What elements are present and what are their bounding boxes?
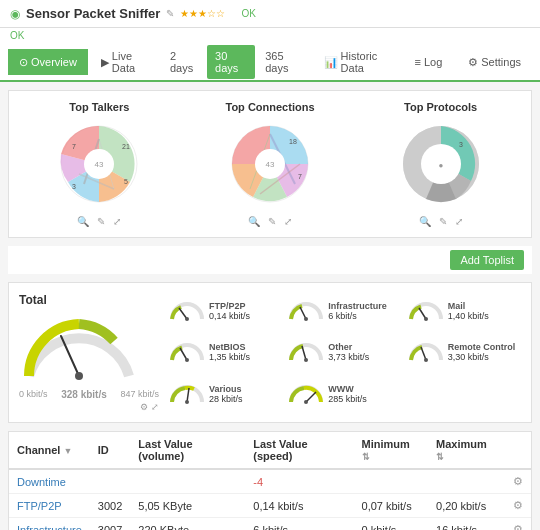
- min-sort-icon: ⇅: [362, 452, 370, 462]
- tab-historic[interactable]: 📊 Historic Data: [313, 43, 402, 80]
- col-speed[interactable]: Last Value (speed): [245, 432, 353, 469]
- channels-table: Channel ▼ ID Last Value (volume) Last Va…: [9, 432, 531, 530]
- toplist-btn-row: Add Toplist: [8, 246, 532, 274]
- svg-line-32: [302, 346, 306, 360]
- svg-text:5: 5: [124, 178, 128, 185]
- connections-edit-icon[interactable]: ✎: [268, 216, 276, 227]
- svg-line-24: [179, 308, 187, 319]
- connections-zoom-icon[interactable]: 🔍: [248, 216, 260, 227]
- tab-settings[interactable]: ⚙ Settings: [457, 49, 532, 75]
- volume-cell: [130, 469, 245, 494]
- svg-line-36: [187, 388, 189, 402]
- talkers-zoom-icon[interactable]: 🔍: [77, 216, 89, 227]
- protocols-zoom-icon[interactable]: 🔍: [419, 216, 431, 227]
- talkers-chart: 43 21 7 5 3: [54, 119, 144, 209]
- tab-2days[interactable]: 2 days: [162, 45, 205, 79]
- col-volume[interactable]: Last Value (volume): [130, 432, 245, 469]
- sensor-icon: ◉: [10, 7, 20, 21]
- tab-overview[interactable]: ⊙ Overview: [8, 49, 88, 75]
- row-gear-icon[interactable]: ⚙: [505, 518, 531, 531]
- header-stars: ★★★☆☆: [180, 8, 225, 19]
- volume-cell: 220 KByte: [130, 518, 245, 531]
- col-channel[interactable]: Channel ▼: [9, 432, 90, 469]
- edit-icon[interactable]: ✎: [166, 8, 174, 19]
- col-maximum[interactable]: Maximum ⇅: [428, 432, 505, 469]
- row-gear-icon[interactable]: ⚙: [505, 469, 531, 494]
- header-status: OK: [241, 8, 255, 19]
- gauge-ftp: FTP/P2P 0,14 kbit/s: [169, 293, 282, 329]
- table-header-row: Channel ▼ ID Last Value (volume) Last Va…: [9, 432, 531, 469]
- gauge-infrastructure: Infrastructure 6 kbit/s: [288, 293, 401, 329]
- chart-talkers: Top Talkers 43 21 7 5 3 🔍: [19, 101, 180, 227]
- table-section: Channel ▼ ID Last Value (volume) Last Va…: [8, 431, 532, 530]
- svg-text:21: 21: [122, 143, 130, 150]
- channel-cell[interactable]: Infrastructure: [9, 518, 90, 531]
- total-expand-icon[interactable]: ⤢: [151, 402, 159, 412]
- svg-line-34: [421, 347, 426, 360]
- channel-cell[interactable]: FTP/P2P: [9, 494, 90, 518]
- gauge-netbios: NetBIOS 1,35 kbit/s: [169, 335, 282, 371]
- talkers-expand-icon[interactable]: ⤢: [113, 216, 121, 227]
- svg-text:43: 43: [266, 160, 275, 169]
- min-cell: [354, 469, 429, 494]
- min-cell: 0 kbit/s: [354, 518, 429, 531]
- settings-icon: ⚙: [468, 56, 478, 69]
- header: ◉ Sensor Packet Sniffer ✎ ★★★☆☆ OK: [0, 0, 540, 28]
- table-row: Infrastructure3007220 KByte6 kbit/s0 kbi…: [9, 518, 531, 531]
- livedata-icon: ▶: [101, 56, 109, 69]
- tab-30days[interactable]: 30 days: [207, 45, 255, 79]
- tab-log[interactable]: ≡ Log: [403, 49, 453, 74]
- svg-point-23: [75, 372, 83, 380]
- svg-text:18: 18: [289, 138, 297, 145]
- max-cell: 16 kbit/s: [428, 518, 505, 531]
- col-id[interactable]: ID: [90, 432, 130, 469]
- id-cell: 3002: [90, 494, 130, 518]
- svg-line-26: [300, 307, 306, 319]
- svg-point-27: [304, 317, 308, 321]
- gauge-grid: FTP/P2P 0,14 kbit/s Infrastructure 6 kbi…: [169, 293, 521, 412]
- header-title: Sensor Packet Sniffer: [26, 6, 160, 21]
- id-cell: [90, 469, 130, 494]
- svg-line-38: [306, 392, 316, 402]
- svg-line-30: [180, 348, 187, 360]
- protocols-edit-icon[interactable]: ✎: [439, 216, 447, 227]
- total-gauge-svg: [19, 311, 139, 386]
- svg-point-29: [424, 317, 428, 321]
- gauge-mail: Mail 1,40 kbit/s: [408, 293, 521, 329]
- svg-text:3: 3: [72, 183, 76, 190]
- chart-protocols: Top Protocols ● 3 🔍 ✎ ⤢: [360, 101, 521, 227]
- tab-livedata[interactable]: ▶ Live Data: [90, 43, 160, 80]
- svg-point-31: [185, 358, 189, 362]
- svg-point-25: [185, 317, 189, 321]
- tab-365days[interactable]: 365 days: [257, 45, 310, 79]
- channel-cell[interactable]: Downtime: [9, 469, 90, 494]
- svg-text:43: 43: [95, 160, 104, 169]
- table-row: Downtime-4⚙: [9, 469, 531, 494]
- row-gear-icon[interactable]: ⚙: [505, 494, 531, 518]
- gauge-various: Various 28 kbit/s: [169, 376, 282, 412]
- charts-section: Top Talkers 43 21 7 5 3 🔍: [8, 90, 532, 238]
- connections-expand-icon[interactable]: ⤢: [284, 216, 292, 227]
- status-line: OK: [0, 28, 540, 43]
- svg-text:7: 7: [298, 173, 302, 180]
- col-actions: [505, 432, 531, 469]
- gauge-remote: Remote Control 3,30 kbit/s: [408, 335, 521, 371]
- max-cell: [428, 469, 505, 494]
- gauge-other: Other 3,73 kbit/s: [288, 335, 401, 371]
- gauges-section: Total 0 kbit/s 328 kbit/s 847 kbit/s ⚙ ⤢: [8, 282, 532, 423]
- min-cell: 0,07 kbit/s: [354, 494, 429, 518]
- total-gear-icon[interactable]: ⚙: [140, 402, 148, 412]
- speed-cell: -4: [245, 469, 353, 494]
- max-sort-icon: ⇅: [436, 452, 444, 462]
- protocols-expand-icon[interactable]: ⤢: [455, 216, 463, 227]
- svg-point-35: [424, 358, 428, 362]
- col-minimum[interactable]: Minimum ⇅: [354, 432, 429, 469]
- talkers-edit-icon[interactable]: ✎: [97, 216, 105, 227]
- channel-sort-icon: ▼: [63, 446, 72, 456]
- svg-text:7: 7: [72, 143, 76, 150]
- speed-cell: 6 kbit/s: [245, 518, 353, 531]
- svg-point-33: [304, 358, 308, 362]
- nav-tabs: ⊙ Overview ▶ Live Data 2 days 30 days 36…: [0, 43, 540, 82]
- chart-connections: Top Connections 43 18 7 🔍 ✎ ⤢: [190, 101, 351, 227]
- add-toplist-button[interactable]: Add Toplist: [450, 250, 524, 270]
